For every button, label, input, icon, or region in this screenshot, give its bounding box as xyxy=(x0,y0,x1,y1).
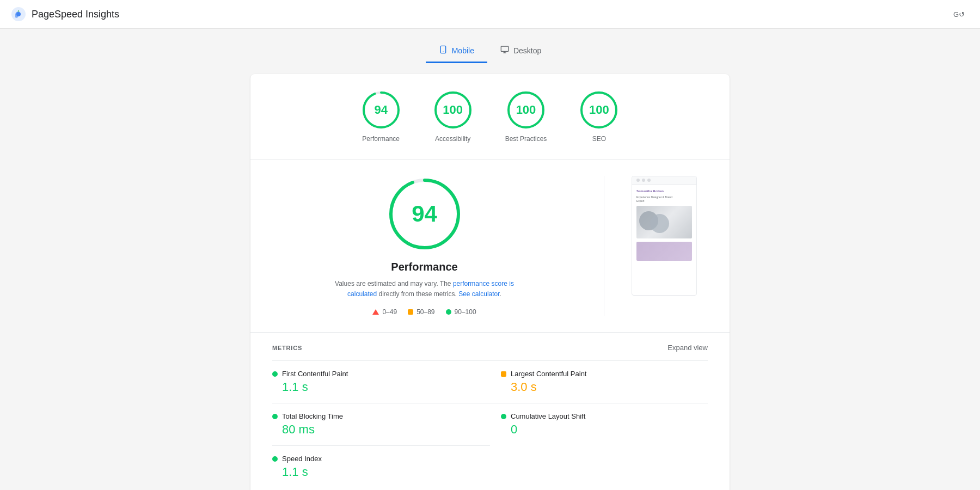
fcp-value: 1.1 s xyxy=(272,380,468,394)
average-icon xyxy=(408,309,413,315)
performance-detail-section: 94 Performance Values are estimated and … xyxy=(250,160,730,333)
accessibility-score-circle: 100 xyxy=(433,90,473,130)
tabs-container: Mobile Desktop xyxy=(426,40,555,63)
tab-desktop[interactable]: Desktop xyxy=(487,40,554,63)
thumb-circle-2 xyxy=(650,214,669,233)
legend-fail: 0–49 xyxy=(372,308,397,316)
thumbnail-subtitle-text: Experience Designer & BrandExpert xyxy=(636,195,692,203)
metrics-header: METRICS Expand view xyxy=(272,344,708,352)
header: PageSpeed Insights G↺ xyxy=(0,0,980,29)
metrics-grid: First Contentful Paint 1.1 s Largest Con… xyxy=(272,360,708,488)
best-practices-score-label: Best Practices xyxy=(505,135,547,143)
website-thumbnail: Samantha Bowen Experience Designer & Bra… xyxy=(632,176,697,296)
metrics-section: METRICS Expand view First Contentful Pai… xyxy=(250,333,730,490)
svg-rect-4 xyxy=(501,46,508,51)
metric-lcp: Largest Contentful Paint 3.0 s xyxy=(490,360,708,403)
tbt-value: 80 ms xyxy=(272,422,468,437)
thumbnail-body: Samantha Bowen Experience Designer & Bra… xyxy=(632,185,696,265)
see-calculator-link[interactable]: See calculator xyxy=(458,290,499,298)
metrics-title: METRICS xyxy=(272,345,302,351)
score-legend: 0–49 50–89 90–100 xyxy=(372,308,476,316)
lcp-value: 3.0 s xyxy=(501,380,697,394)
performance-detail-left: 94 Performance Values are estimated and … xyxy=(272,176,577,316)
accessibility-score-label: Accessibility xyxy=(435,135,470,143)
performance-description: Values are estimated and may vary. The p… xyxy=(321,279,528,299)
si-value: 1.1 s xyxy=(272,465,468,479)
tab-mobile[interactable]: Mobile xyxy=(426,40,487,63)
lcp-label-row: Largest Contentful Paint xyxy=(501,370,697,378)
si-label: Speed Index xyxy=(282,455,322,463)
perf-desc-mid: directly from these metrics. xyxy=(378,290,458,298)
cls-indicator xyxy=(501,414,506,419)
score-accessibility[interactable]: 100 Accessibility xyxy=(433,90,473,143)
svg-point-1 xyxy=(16,12,21,16)
fcp-indicator xyxy=(272,371,278,377)
score-performance[interactable]: 94 Performance xyxy=(362,90,401,143)
fcp-label: First Contentful Paint xyxy=(282,370,348,378)
cls-label-row: Cumulative Layout Shift xyxy=(501,412,697,420)
app-title: PageSpeed Insights xyxy=(32,9,119,20)
desktop-tab-icon xyxy=(500,45,509,56)
best-practices-score-value: 100 xyxy=(516,103,536,117)
cls-value: 0 xyxy=(501,422,697,437)
metric-tbt: Total Blocking Time 80 ms xyxy=(272,403,490,445)
fail-icon xyxy=(372,309,379,315)
legend-pass: 90–100 xyxy=(446,308,476,316)
seo-score-circle: 100 xyxy=(579,90,618,130)
top-right-area: G↺ xyxy=(953,10,969,19)
pass-range: 90–100 xyxy=(455,308,476,316)
lcp-label: Largest Contentful Paint xyxy=(511,370,586,378)
tbt-label-row: Total Blocking Time xyxy=(272,412,468,420)
performance-detail-right: Samantha Bowen Experience Designer & Bra… xyxy=(632,176,708,316)
mobile-tab-icon xyxy=(439,45,448,56)
top-right-icon: G↺ xyxy=(953,10,965,19)
accessibility-score-value: 100 xyxy=(443,103,463,117)
tbt-indicator xyxy=(272,414,278,419)
metric-cls: Cumulative Layout Shift 0 xyxy=(490,403,708,445)
best-practices-score-circle: 100 xyxy=(506,90,546,130)
results-card: 94 Performance 100 Accessibility xyxy=(250,74,730,490)
thumb-dot-3 xyxy=(647,179,651,182)
seo-score-value: 100 xyxy=(589,103,609,117)
thumb-dot-1 xyxy=(636,179,640,182)
score-best-practices[interactable]: 100 Best Practices xyxy=(505,90,547,143)
tbt-label: Total Blocking Time xyxy=(282,412,343,420)
average-range: 50–89 xyxy=(416,308,434,316)
pass-icon xyxy=(446,309,451,315)
fail-range: 0–49 xyxy=(382,308,397,316)
logo-area: PageSpeed Insights xyxy=(11,7,119,22)
si-indicator xyxy=(272,456,278,462)
si-label-row: Speed Index xyxy=(272,455,468,463)
desktop-tab-label: Desktop xyxy=(513,46,541,55)
performance-score-circle: 94 xyxy=(362,90,401,130)
vertical-divider xyxy=(604,176,604,316)
lcp-indicator xyxy=(501,371,506,377)
pagespeed-logo-icon xyxy=(11,7,26,22)
metric-fcp: First Contentful Paint 1.1 s xyxy=(272,360,490,403)
performance-score-label: Performance xyxy=(362,135,400,143)
legend-average: 50–89 xyxy=(408,308,434,316)
thumbnail-name-text: Samantha Bowen xyxy=(636,189,692,193)
thumbnail-header xyxy=(632,176,696,185)
expand-view-button[interactable]: Expand view xyxy=(667,344,708,352)
thumb-dot-2 xyxy=(642,179,645,182)
thumbnail-purple-area xyxy=(636,242,692,261)
scores-section: 94 Performance 100 Accessibility xyxy=(250,74,730,160)
fcp-label-row: First Contentful Paint xyxy=(272,370,468,378)
thumbnail-image xyxy=(636,206,692,238)
score-seo[interactable]: 100 SEO xyxy=(579,90,618,143)
metric-si: Speed Index 1.1 s xyxy=(272,445,490,488)
svg-point-3 xyxy=(443,51,443,52)
performance-big-value: 94 xyxy=(412,201,437,227)
perf-desc-start: Values are estimated and may vary. The xyxy=(335,280,451,287)
performance-detail-title: Performance xyxy=(391,261,457,273)
seo-score-label: SEO xyxy=(592,135,606,143)
performance-score-value: 94 xyxy=(374,103,387,117)
cls-label: Cumulative Layout Shift xyxy=(511,412,585,420)
performance-big-circle: 94 xyxy=(387,176,463,252)
mobile-tab-label: Mobile xyxy=(452,46,474,55)
main-content: Mobile Desktop xyxy=(0,29,980,490)
